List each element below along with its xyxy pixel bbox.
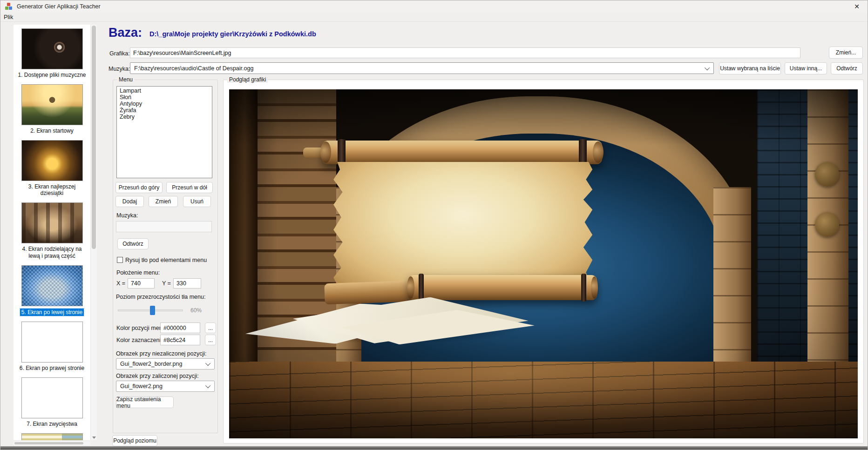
sidebar-item-label-selected: 5. Ekran po lewej stronie xyxy=(20,309,84,316)
draw-background-checkbox-label: Rysuj tło pod elementami menu xyxy=(125,257,207,263)
scroll-down-arrow-icon[interactable] xyxy=(92,437,96,439)
transparency-label: Poziom przezroczystości tła menu: xyxy=(116,294,205,300)
list-item[interactable]: Słoń xyxy=(117,94,212,101)
transparency-slider-handle[interactable] xyxy=(150,306,155,315)
list-item[interactable]: Lampart xyxy=(117,87,212,94)
app-window: Generator Gier Aplikacji Teacher ✕ Plik … xyxy=(0,0,868,450)
sidebar-item-label: 3. Ekran najlepszej dziesiątki xyxy=(17,183,87,197)
menu-items-listbox[interactable]: Lampart Słoń Antylopy Żyrafa Zebry xyxy=(116,86,212,178)
pending-image-value: Gui_flower2_border.png xyxy=(120,361,182,367)
graphic-preview-groupbox: Podgląd grafiki xyxy=(223,80,864,443)
sidebar-item-top-ten[interactable]: 3. Ekran najlepszej dziesiątki xyxy=(17,140,87,197)
chevron-down-icon xyxy=(205,361,210,366)
item-color-input[interactable] xyxy=(160,322,200,333)
thumbnail-backdrop[interactable] xyxy=(21,322,83,363)
art-vignette xyxy=(229,89,858,438)
item-music-input[interactable] xyxy=(116,221,212,232)
list-item[interactable]: Antylopy xyxy=(117,101,212,107)
move-up-button[interactable]: Przesuń do góry xyxy=(115,182,163,193)
music-combobox[interactable]: F:\bazy\resources\audio\Castle of Despai… xyxy=(130,62,714,74)
menu-groupbox: Menu Lampart Słoń Antylopy Żyrafa Zebry … xyxy=(113,80,218,433)
move-down-button[interactable]: Przesuń w dół xyxy=(166,182,213,193)
done-image-label: Obrazek przy zaliczonej pozycji: xyxy=(116,373,199,379)
graphic-preview-group-label: Podgląd grafiki xyxy=(227,76,268,83)
menu-group-label: Menu xyxy=(117,76,135,83)
sidebar-item-left-screen[interactable]: 5. Ekran po lewej stronie xyxy=(17,265,87,316)
sidebar-item-label: 7. Ekran zwycięstwa xyxy=(27,421,77,427)
transparency-value: 60% xyxy=(190,307,202,314)
screens-sidebar[interactable]: 1. Dostępne pliki muzyczne 2. Ekran star… xyxy=(14,25,90,440)
pending-image-label: Obrazek przy niezaliczonej pozycji: xyxy=(116,350,207,357)
set-selected-music-button[interactable]: Ustaw wybraną na liście xyxy=(719,62,781,74)
selection-color-picker-button[interactable]: ... xyxy=(205,335,216,345)
thumbnail-royal[interactable] xyxy=(21,377,83,418)
item-color-label: Kolor pozycji menu: xyxy=(116,325,167,331)
sidebar-item-label: 4. Ekran rodzielający na lewą i prawą cz… xyxy=(17,246,87,259)
window-title: Generator Gier Aplikacji Teacher xyxy=(17,3,101,10)
scrollbar-thumb[interactable] xyxy=(14,442,83,444)
sidebar-horizontal-scrollbar[interactable] xyxy=(14,441,90,445)
sidebar-item-music-files[interactable]: 1. Dostępne pliki muzyczne xyxy=(17,28,87,79)
sidebar-item-start-screen[interactable]: 2. Ekran startowy xyxy=(17,84,87,134)
sidebar-item-label: 1. Dostępne pliki muzyczne xyxy=(18,72,86,78)
sidebar-item-label: 6. Ekran po prawej stronie xyxy=(20,365,84,371)
title-bar: Generator Gier Aplikacji Teacher xyxy=(0,0,868,13)
play-music-button[interactable]: Odtwórz xyxy=(831,62,863,74)
main-screen-preview-image xyxy=(229,89,858,438)
app-icon xyxy=(5,3,13,10)
thumbnail-crossword[interactable] xyxy=(21,433,83,440)
set-other-music-button[interactable]: Ustaw inną... xyxy=(785,62,827,74)
music-combobox-value: F:\bazy\resources\audio\Castle of Despai… xyxy=(134,65,253,72)
list-item[interactable]: Żyrafa xyxy=(117,107,212,114)
thumbnail-castle[interactable] xyxy=(21,84,83,125)
muzyka-label: Muzyka: xyxy=(108,66,130,72)
menu-position-label: Położenie menu: xyxy=(116,269,160,276)
done-image-combobox[interactable]: Gui_flower2.png xyxy=(116,381,215,392)
chevron-down-icon xyxy=(205,383,210,388)
x-label: X = xyxy=(116,280,125,287)
save-menu-settings-button[interactable]: Zapisz ustawienia menu xyxy=(116,396,174,408)
menu-item-plik[interactable]: Plik xyxy=(0,13,16,21)
pending-image-combobox[interactable]: Gui_flower2_border.png xyxy=(116,358,215,369)
y-label: Y = xyxy=(162,280,171,287)
close-icon[interactable]: ✕ xyxy=(846,0,868,13)
edit-button[interactable]: Zmień xyxy=(149,196,178,207)
done-image-value: Gui_flower2.png xyxy=(120,383,163,390)
play-item-music-button[interactable]: Odtwórz xyxy=(117,238,149,249)
remove-button[interactable]: Usuń xyxy=(183,196,211,207)
menu-bar: Plik xyxy=(0,13,868,22)
change-graphic-button[interactable]: Zmień... xyxy=(829,47,863,59)
chevron-down-icon xyxy=(705,65,710,70)
sidebar-item-split-screen[interactable]: 4. Ekran rodzielający na lewą i prawą cz… xyxy=(17,202,87,259)
sidebar-vertical-scrollbar[interactable] xyxy=(90,25,97,440)
item-music-label: Muzyka: xyxy=(116,212,138,219)
item-color-picker-button[interactable]: ... xyxy=(205,322,216,333)
list-item[interactable]: Zebry xyxy=(117,114,212,120)
sidebar-item-label: 2. Ekran startowy xyxy=(30,128,74,134)
selection-color-label: Kolor zaznaczenia: xyxy=(116,337,166,343)
window-bottom-edge xyxy=(0,446,868,450)
database-path: D:\_gra\Moje projekty gier\Krzyżówki z P… xyxy=(149,30,316,38)
preview-level-button[interactable]: Podgląd poziomu xyxy=(112,435,157,446)
thumbnail-treasure[interactable] xyxy=(21,140,83,181)
add-button[interactable]: Dodaj xyxy=(115,196,144,207)
sidebar-item-victory-screen[interactable]: 7. Ekran zwycięstwa xyxy=(17,377,87,428)
menu-y-input[interactable] xyxy=(173,278,201,289)
menu-x-input[interactable] xyxy=(128,278,155,289)
sidebar-item-crossword-screen[interactable] xyxy=(17,433,87,440)
thumbnail-left-screen-selected[interactable] xyxy=(21,265,83,306)
baza-heading: Baza: xyxy=(108,26,142,40)
grafika-path-input[interactable] xyxy=(130,47,800,58)
thumbnail-vinyl[interactable] xyxy=(21,28,83,69)
scrollbar-thumb[interactable] xyxy=(92,26,96,249)
draw-background-checkbox[interactable] xyxy=(117,257,123,263)
sidebar-item-right-screen[interactable]: 6. Ekran po prawej stronie xyxy=(17,322,87,372)
grafika-label: Grafika: xyxy=(109,50,130,57)
selection-color-input[interactable] xyxy=(160,335,200,345)
thumbnail-library[interactable] xyxy=(21,202,83,243)
